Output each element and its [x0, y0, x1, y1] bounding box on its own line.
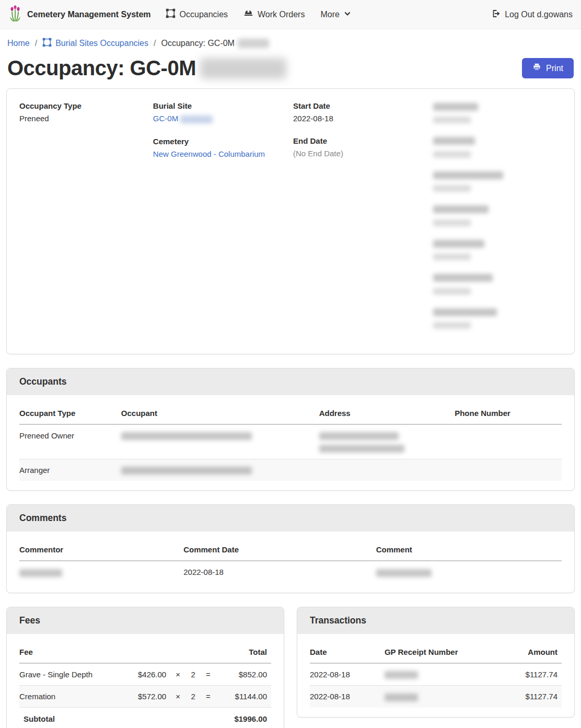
breadcrumb: Home / Burial Sites Occupancies / Occupa…: [0, 29, 581, 54]
occupant-type-cell: Preneed Owner: [19, 424, 117, 459]
chevron-down-icon: [344, 10, 351, 19]
breadcrumb-separator: /: [154, 39, 156, 48]
table-row: Cremation $572.00 × 2 = $1144.00: [19, 685, 271, 707]
nav-label-occupancies: Occupancies: [180, 10, 228, 19]
cemetery-label: Cemetery: [153, 137, 288, 146]
fee-name-cell: Cremation: [19, 685, 127, 707]
burial-site-link[interactable]: GC-0M: [153, 114, 178, 123]
print-label: Print: [546, 64, 563, 73]
redacted-occupant-name: [121, 432, 252, 440]
end-date-value: (No End Date): [293, 149, 428, 158]
top-navbar: Cemetery Management System Occupancies: [0, 0, 581, 29]
print-button[interactable]: Print: [522, 58, 574, 78]
transactions-card: Transactions Date GP Receipt Number Amou…: [297, 607, 575, 718]
nav-item-more[interactable]: More: [320, 10, 351, 19]
occupants-table: Occupant Type Occupant Address Phone Num…: [19, 403, 562, 481]
col-fee: Fee: [19, 642, 127, 663]
redacted-field-value: [433, 253, 471, 260]
monument-icon: [42, 38, 52, 49]
comment-date-cell: 2022-08-18: [179, 561, 371, 583]
subtotal-label: Subtotal: [19, 707, 216, 728]
occupancy-details-card: Occupancy Type Preneed Burial Site GC-0M…: [6, 88, 575, 354]
fees-table: Fee Total Grave - Single Depth $426.00 ×…: [19, 642, 271, 728]
redacted-comment: [376, 569, 432, 577]
occupants-card: Occupants Occupant Type Occupant Address…: [6, 368, 575, 491]
redacted-field-value: [433, 219, 471, 226]
redacted-address-line: [319, 445, 404, 453]
nav-item-work-orders[interactable]: Work Orders: [243, 8, 305, 20]
redacted-field-label: [433, 137, 475, 145]
fee-name-cell: Grave - Single Depth: [19, 663, 127, 686]
breadcrumb-home-link[interactable]: Home: [7, 39, 30, 48]
printer-icon: [532, 63, 541, 74]
table-row: 2022-08-18: [19, 561, 562, 583]
occupant-type-cell: Arranger: [19, 459, 117, 481]
logout-button[interactable]: Log Out d.gowans: [491, 9, 573, 20]
comments-table: Commentor Comment Date Comment 2022-08-1…: [19, 540, 562, 583]
end-date-label: End Date: [293, 136, 428, 145]
nav-label-work-orders: Work Orders: [258, 10, 305, 19]
redacted-commentor: [19, 569, 62, 577]
nav-item-occupancies[interactable]: Occupancies: [166, 8, 228, 20]
col-gp-receipt-number: GP Receipt Number: [380, 642, 499, 663]
col-commentor: Commentor: [19, 540, 179, 561]
equals-symbol: =: [201, 663, 216, 686]
redacted-field-label: [433, 103, 478, 111]
subtotal-value: $1996.00: [216, 707, 271, 728]
redacted-text: [180, 115, 213, 123]
col-total: Total: [216, 642, 271, 663]
transaction-date-cell: 2022-08-18: [310, 663, 380, 686]
redacted-receipt-number: [385, 694, 418, 701]
brand: Cemetery Management System: [8, 5, 151, 24]
logout-icon: [491, 9, 501, 20]
col-date: Date: [310, 642, 380, 663]
times-symbol: ×: [170, 663, 185, 686]
transaction-amount-cell: $1127.74: [498, 686, 562, 708]
redacted-field-value: [433, 322, 471, 329]
breadcrumb-separator: /: [35, 39, 37, 48]
col-comment-date: Comment Date: [179, 540, 371, 561]
transaction-amount-cell: $1127.74: [498, 663, 562, 686]
equals-symbol: =: [201, 685, 216, 707]
table-row: Arranger: [19, 459, 562, 481]
table-row: 2022-08-18 $1127.74: [310, 663, 562, 686]
logout-label: Log Out d.gowans: [505, 10, 573, 19]
cemetery-link[interactable]: New Greenwood - Columbarium: [153, 149, 265, 158]
app-title: Cemetery Management System: [27, 10, 151, 19]
transactions-table: Date GP Receipt Number Amount 2022-08-18…: [310, 642, 562, 708]
redacted-text: [200, 58, 286, 79]
table-row: Grave - Single Depth $426.00 × 2 = $852.…: [19, 663, 271, 686]
redacted-death-fields: [433, 101, 562, 341]
comments-title: Comments: [7, 505, 574, 531]
hard-hat-icon: [243, 8, 253, 20]
transaction-date-cell: 2022-08-18: [310, 686, 380, 708]
fee-qty-cell: 2: [185, 685, 201, 707]
start-date-value: 2022-08-18: [293, 114, 428, 123]
redacted-field-label: [433, 308, 497, 316]
redacted-occupant-name: [121, 467, 252, 475]
redacted-field-label: [433, 171, 503, 179]
breadcrumb-current: Occupancy: GC-0M: [161, 39, 269, 48]
breadcrumb-occupancies-link[interactable]: Burial Sites Occupancies: [42, 38, 148, 49]
breadcrumb-occupancies-label: Burial Sites Occupancies: [55, 39, 148, 48]
page-title: Occupancy: GC-0M: [7, 56, 286, 80]
fee-total-cell: $1144.00: [216, 685, 271, 707]
fees-card: Fees Fee Total Grave - Single Depth: [6, 607, 284, 728]
redacted-field-value: [433, 117, 471, 123]
redacted-address-line: [319, 432, 399, 440]
times-symbol: ×: [170, 685, 185, 707]
col-amount: Amount: [498, 642, 562, 663]
fee-qty-cell: 2: [185, 663, 201, 686]
redacted-field-value: [433, 151, 471, 158]
nav-label-more: More: [320, 10, 339, 19]
fee-total-cell: $852.00: [216, 663, 271, 686]
table-row: 2022-08-18 $1127.74: [310, 686, 562, 708]
start-date-label: Start Date: [293, 101, 428, 110]
fees-title: Fees: [7, 607, 284, 634]
redacted-receipt-number: [385, 671, 418, 679]
redacted-text: [238, 39, 269, 48]
redacted-field-value: [433, 288, 471, 295]
redacted-field-label: [433, 205, 489, 213]
col-occupant-type: Occupant Type: [19, 403, 117, 424]
col-phone-number: Phone Number: [450, 403, 562, 424]
